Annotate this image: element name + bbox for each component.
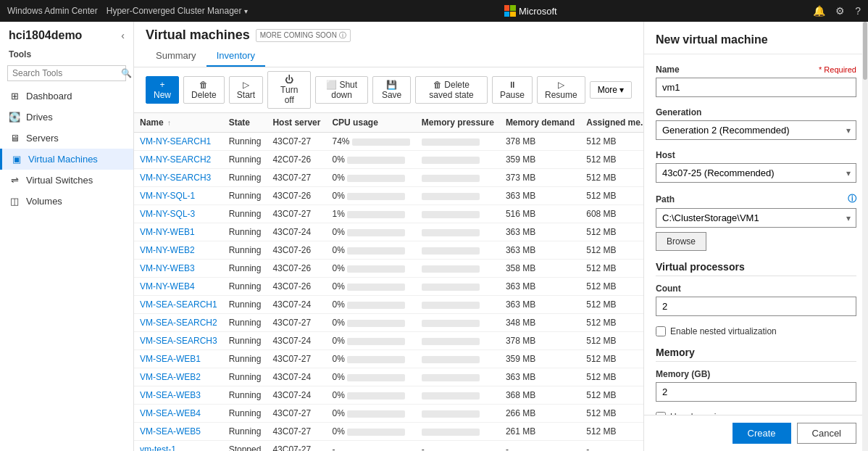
more-chevron-icon: ▾ bbox=[619, 85, 624, 95]
vm-name-link[interactable]: VM-NY-SQL-1 bbox=[140, 191, 195, 201]
browse-button[interactable]: Browse bbox=[656, 232, 706, 251]
vm-host: 43C07-27 bbox=[267, 423, 326, 441]
vm-state: Running bbox=[223, 169, 267, 187]
col-memory-pressure[interactable]: Memory pressure bbox=[416, 113, 500, 133]
search-tools-input[interactable] bbox=[12, 68, 121, 78]
toolbar: + New 🗑 Delete ▷ Start ⏻ Turn off ⬜ Shut… bbox=[134, 67, 643, 113]
vm-name-link[interactable]: VM-NY-WEB3 bbox=[140, 263, 195, 273]
memory-input[interactable] bbox=[656, 382, 856, 402]
panel-header: New virtual machine bbox=[644, 22, 868, 54]
vm-cpu: 0% bbox=[326, 314, 415, 332]
vm-name-link[interactable]: VM-SEA-WEB2 bbox=[140, 372, 201, 382]
vm-name-link[interactable]: VM-SEA-WEB5 bbox=[140, 426, 201, 436]
vm-state: Running bbox=[223, 332, 267, 350]
sidebar-icon-drives: 💽 bbox=[9, 112, 20, 123]
host-select[interactable]: 43c07-25 (Recommended) 43c07-24 43c07-26… bbox=[656, 163, 856, 183]
vm-memory-demand: 373 MB bbox=[500, 169, 580, 187]
vm-memory-demand: 378 MB bbox=[500, 332, 580, 350]
vm-state: Running bbox=[223, 133, 267, 151]
vm-name-input[interactable] bbox=[656, 78, 856, 97]
col-cpu[interactable]: CPU usage bbox=[326, 113, 415, 133]
vm-cpu: 0% bbox=[326, 386, 415, 405]
sidebar-item-virtual-machines[interactable]: ▣Virtual Machines bbox=[0, 149, 133, 170]
vm-name-link[interactable]: VM-SEA-WEB1 bbox=[140, 354, 201, 364]
vm-cpu: 0% bbox=[326, 350, 415, 368]
tab-summary[interactable]: Summary bbox=[146, 46, 206, 67]
vm-memory-demand: 363 MB bbox=[500, 296, 580, 314]
vm-name-link[interactable]: VM-SEA-SEARCH3 bbox=[140, 336, 217, 346]
turn-off-button[interactable]: ⏻ Turn off bbox=[267, 71, 311, 109]
vm-cpu: 0% bbox=[326, 332, 415, 350]
notification-icon[interactable]: 🔔 bbox=[813, 5, 825, 17]
delete-saved-state-button[interactable]: 🗑 Delete saved state bbox=[415, 76, 488, 104]
content-tabs: Summary Inventory bbox=[146, 46, 632, 67]
panel-body: Name * Required Generation Generation 1 … bbox=[644, 54, 868, 415]
vm-name-link[interactable]: VM-NY-WEB1 bbox=[140, 227, 195, 237]
panel-scrollbar[interactable] bbox=[862, 22, 868, 451]
col-name[interactable]: Name ↑ bbox=[134, 113, 223, 133]
sidebar-item-servers[interactable]: 🖥Servers bbox=[0, 128, 133, 149]
path-select[interactable]: C:\ClusterStorage\VM1 C:\ClusterStorage\… bbox=[656, 208, 856, 228]
vm-host: 43C07-27 bbox=[267, 314, 326, 332]
generation-select-wrapper: Generation 1 Generation 2 (Recommended) bbox=[656, 120, 856, 140]
vm-cpu: 0% bbox=[326, 223, 415, 241]
vm-name-link[interactable]: VM-NY-WEB4 bbox=[140, 281, 195, 291]
settings-icon[interactable]: ⚙ bbox=[835, 5, 845, 17]
create-button[interactable]: Create bbox=[733, 423, 791, 444]
vm-assigned-memory: 512 MB bbox=[580, 241, 643, 260]
table-row: VM-NY-SEARCH2 Running 42C07-26 0% 359 MB… bbox=[134, 151, 643, 169]
vm-name-link[interactable]: VM-NY-SEARCH1 bbox=[140, 136, 211, 146]
sidebar-item-drives[interactable]: 💽Drives bbox=[0, 107, 133, 128]
col-host[interactable]: Host server bbox=[267, 113, 326, 133]
vm-memory-pressure bbox=[416, 296, 500, 314]
nested-virt-checkbox[interactable] bbox=[656, 326, 666, 336]
save-button[interactable]: 💾 Save bbox=[372, 76, 411, 104]
sidebar-icon-servers: 🖥 bbox=[9, 133, 20, 144]
col-assigned-memory[interactable]: Assigned me... bbox=[580, 113, 643, 133]
sidebar-item-virtual-switches[interactable]: ⇌Virtual Switches bbox=[0, 170, 133, 191]
cancel-button[interactable]: Cancel bbox=[797, 423, 856, 444]
vm-memory-demand: 261 MB bbox=[500, 423, 580, 441]
vm-name-link[interactable]: VM-SEA-WEB4 bbox=[140, 408, 201, 418]
sidebar-collapse-button[interactable]: ‹ bbox=[121, 30, 125, 41]
cluster-manager-label[interactable]: Hyper-Converged Cluster Manager ▾ bbox=[107, 6, 249, 16]
generation-select[interactable]: Generation 1 Generation 2 (Recommended) bbox=[656, 120, 856, 140]
cpu-count-input[interactable] bbox=[656, 297, 856, 316]
vm-state: Running bbox=[223, 405, 267, 423]
coming-soon-badge: MORE COMING SOON ⓘ bbox=[256, 29, 351, 42]
col-state[interactable]: State bbox=[223, 113, 267, 133]
pause-button[interactable]: ⏸ Pause bbox=[492, 76, 533, 104]
vm-table-container[interactable]: Name ↑ State Host server CPU usage Memor… bbox=[134, 113, 643, 451]
shut-down-button[interactable]: ⬜ Shut down bbox=[315, 76, 368, 104]
vm-host: 42C07-26 bbox=[267, 151, 326, 169]
sidebar-item-dashboard[interactable]: ⊞Dashboard bbox=[0, 86, 133, 107]
vm-name-link[interactable]: VM-SEA-SEARCH1 bbox=[140, 299, 217, 310]
vm-name-link[interactable]: VM-SEA-WEB3 bbox=[140, 390, 201, 400]
topbar: Windows Admin Center Hyper-Converged Clu… bbox=[0, 0, 868, 22]
vm-assigned-memory: 512 MB bbox=[580, 332, 643, 350]
vm-name-link[interactable]: VM-NY-SEARCH3 bbox=[140, 173, 211, 183]
sidebar-item-volumes[interactable]: ◫Volumes bbox=[0, 191, 133, 212]
more-button[interactable]: More ▾ bbox=[590, 81, 632, 99]
path-field-group: Path ⓘ C:\ClusterStorage\VM1 C:\ClusterS… bbox=[656, 193, 856, 251]
vm-name-link[interactable]: VM-SEA-SEARCH2 bbox=[140, 318, 217, 328]
col-memory-demand[interactable]: Memory demand bbox=[500, 113, 580, 133]
vm-state: Running bbox=[223, 296, 267, 314]
table-row: VM-SEA-WEB2 Running 43C07-24 0% 363 MB 5… bbox=[134, 368, 643, 386]
vm-name-link[interactable]: VM-NY-SEARCH2 bbox=[140, 154, 211, 165]
table-row: VM-NY-WEB1 Running 43C07-24 0% 363 MB 51… bbox=[134, 223, 643, 241]
vm-name-link[interactable]: VM-NY-WEB2 bbox=[140, 245, 195, 255]
delete-button[interactable]: 🗑 Delete bbox=[183, 76, 225, 104]
vm-name-link[interactable]: vm-test-1 bbox=[140, 444, 176, 451]
start-button[interactable]: ▷ Start bbox=[229, 76, 264, 104]
new-button[interactable]: + New bbox=[146, 76, 179, 104]
resume-button[interactable]: ▷ Resume bbox=[537, 76, 585, 104]
tab-inventory[interactable]: Inventory bbox=[206, 46, 265, 67]
help-icon[interactable]: ? bbox=[855, 5, 861, 17]
vm-host: 43C07-24 bbox=[267, 368, 326, 386]
vm-cpu: 0% bbox=[326, 423, 415, 441]
vm-memory-pressure bbox=[416, 187, 500, 205]
path-info-icon[interactable]: ⓘ bbox=[848, 193, 856, 205]
vm-cpu: 0% bbox=[326, 368, 415, 386]
vm-name-link[interactable]: VM-NY-SQL-3 bbox=[140, 209, 195, 219]
